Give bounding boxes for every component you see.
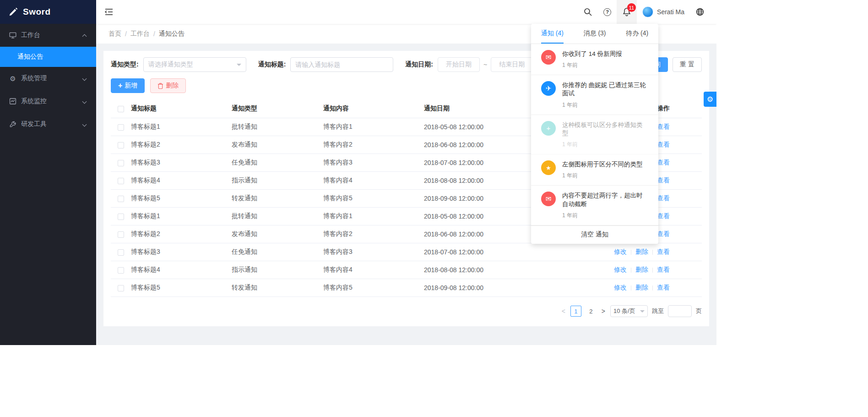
add-button[interactable]: + 新增	[111, 78, 145, 93]
edit-link[interactable]: 修改	[614, 266, 627, 273]
row-checkbox[interactable]	[118, 231, 124, 238]
page-2-button[interactable]: 2	[586, 306, 597, 317]
view-link[interactable]: 查看	[657, 284, 670, 291]
row-checkbox[interactable]	[118, 160, 124, 166]
cell-title: 博客标题4	[131, 172, 232, 190]
col-title: 通知标题	[131, 99, 232, 118]
cell-title: 博客标题5	[131, 279, 232, 297]
view-link[interactable]: 查看	[657, 230, 670, 237]
notifications-button[interactable]: 11	[617, 0, 637, 24]
cell-type: 转发通知	[232, 279, 323, 297]
notification-item[interactable]: ✉ 你收到了 14 份新周报 1 年前	[531, 44, 658, 75]
page-1-button[interactable]: 1	[570, 306, 581, 317]
cell-content: 博客内容1	[323, 118, 424, 136]
delete-link[interactable]: 删除	[635, 266, 648, 273]
cell-type: 批转通知	[232, 208, 323, 225]
cell-content: 博客内容2	[323, 136, 424, 154]
view-link[interactable]: 查看	[657, 194, 670, 202]
language-button[interactable]	[690, 0, 710, 24]
jump-page-input[interactable]	[668, 305, 692, 317]
chevron-down-icon	[82, 122, 87, 126]
row-checkbox[interactable]	[118, 214, 124, 220]
cell-type: 发布通知	[232, 225, 323, 243]
select-placeholder: 请选择通知类型	[148, 60, 237, 69]
paper-plane-icon: ✈	[541, 81, 556, 96]
menu-label: 系统管理	[21, 74, 47, 82]
avatar	[642, 6, 653, 17]
theme-settings-button[interactable]: ⚙	[704, 92, 716, 107]
delete-link[interactable]: 删除	[635, 248, 648, 255]
reset-button[interactable]: 重 置	[673, 57, 702, 72]
notification-item[interactable]: ✉ 内容不要超过两行字，超出时自动截断 1 年前	[531, 186, 658, 225]
gear-icon: ⚙	[9, 75, 16, 82]
notification-item[interactable]: ✈ 你推荐的 曲妮妮 已通过第三轮面试 1 年前	[531, 75, 658, 115]
notification-item[interactable]: ★ 左侧图标用于区分不同的类型 1 年前	[531, 154, 658, 186]
app-window: Sword 工作台 通知公告 ⚙ 系统管理 系统监	[0, 0, 716, 345]
notification-tabs: 通知 (4) 消息 (3) 待办 (4)	[531, 24, 658, 44]
notification-title: 左侧图标用于区分不同的类型	[562, 160, 643, 169]
notification-time: 1 年前	[562, 61, 622, 69]
start-date-input[interactable]: 开始日期	[438, 57, 480, 72]
cell-title: 博客标题2	[131, 225, 232, 243]
cell-title: 博客标题3	[131, 243, 232, 261]
row-checkbox[interactable]	[118, 196, 124, 202]
row-checkbox[interactable]	[118, 178, 124, 184]
tab-todos[interactable]: 待办 (4)	[616, 24, 658, 44]
notice-type-select[interactable]: 请选择通知类型	[143, 57, 246, 72]
delete-button-label: 删除	[166, 82, 179, 90]
cell-type: 批转通知	[232, 118, 323, 136]
help-button[interactable]: ?	[598, 0, 617, 24]
notification-list: ✉ 你收到了 14 份新周报 1 年前 ✈ 你推荐的 曲妮妮 已通过第三轮面试 …	[531, 44, 658, 225]
cell-title: 博客标题4	[131, 261, 232, 279]
view-link[interactable]: 查看	[657, 212, 670, 219]
sidebar-item-workbench[interactable]: 工作台	[0, 24, 96, 47]
row-checkbox[interactable]	[118, 124, 124, 131]
view-link[interactable]: 查看	[657, 159, 670, 166]
edit-link[interactable]: 修改	[614, 248, 627, 255]
clear-notifications-button[interactable]: 清空 通知	[531, 225, 658, 244]
search-button[interactable]	[578, 0, 598, 24]
delete-button[interactable]: 删除	[150, 78, 186, 93]
trash-icon	[157, 82, 163, 89]
row-checkbox[interactable]	[118, 285, 124, 291]
sidebar-item-devtools[interactable]: 研发工具	[0, 113, 96, 136]
menu-label: 研发工具	[21, 120, 47, 128]
sidebar-item-system[interactable]: ⚙ 系统管理	[0, 67, 96, 90]
tab-notifications[interactable]: 通知 (4)	[531, 24, 574, 44]
row-checkbox[interactable]	[118, 267, 124, 274]
user-menu[interactable]: Serati Ma	[637, 0, 690, 24]
delete-link[interactable]: 删除	[635, 284, 648, 291]
cell-title: 博客标题1	[131, 118, 232, 136]
notification-item[interactable]: + 这种模板可以区分多种通知类型 1 年前	[531, 115, 658, 154]
user-name: Serati Ma	[657, 8, 684, 16]
select-all-checkbox[interactable]	[118, 106, 124, 112]
edit-link[interactable]: 修改	[614, 284, 627, 291]
view-link[interactable]: 查看	[657, 266, 670, 273]
next-page-button[interactable]: >	[601, 307, 606, 315]
sidebar-item-notice[interactable]: 通知公告	[0, 47, 96, 67]
view-link[interactable]: 查看	[657, 248, 670, 255]
end-date-input[interactable]: 结束日期	[491, 57, 533, 72]
page-size-select[interactable]: 10 条/页	[610, 305, 648, 317]
cell-title: 博客标题1	[131, 208, 232, 225]
notice-title-input[interactable]	[290, 57, 393, 72]
breadcrumb-parent[interactable]: 工作台	[130, 30, 150, 38]
app-logo[interactable]: Sword	[0, 0, 96, 24]
collapse-sidebar-button[interactable]	[104, 0, 119, 24]
prev-page-button[interactable]: <	[561, 307, 566, 315]
row-checkbox[interactable]	[118, 249, 124, 256]
globe-icon	[695, 7, 705, 16]
chevron-down-icon	[82, 99, 87, 104]
tab-messages[interactable]: 消息 (3)	[574, 24, 616, 44]
sidebar-item-monitor[interactable]: 系统监控	[0, 90, 96, 113]
view-link[interactable]: 查看	[657, 141, 670, 148]
cell-content: 博客内容2	[323, 225, 424, 243]
view-link[interactable]: 查看	[657, 176, 670, 184]
view-link[interactable]: 查看	[657, 123, 670, 130]
breadcrumb-home[interactable]: 首页	[108, 30, 121, 38]
sidebar: Sword 工作台 通知公告 ⚙ 系统管理 系统监	[0, 0, 96, 345]
chevron-down-icon	[640, 310, 645, 315]
breadcrumb-separator: /	[125, 30, 127, 38]
row-checkbox[interactable]	[118, 142, 124, 148]
chevron-up-icon	[82, 34, 87, 38]
